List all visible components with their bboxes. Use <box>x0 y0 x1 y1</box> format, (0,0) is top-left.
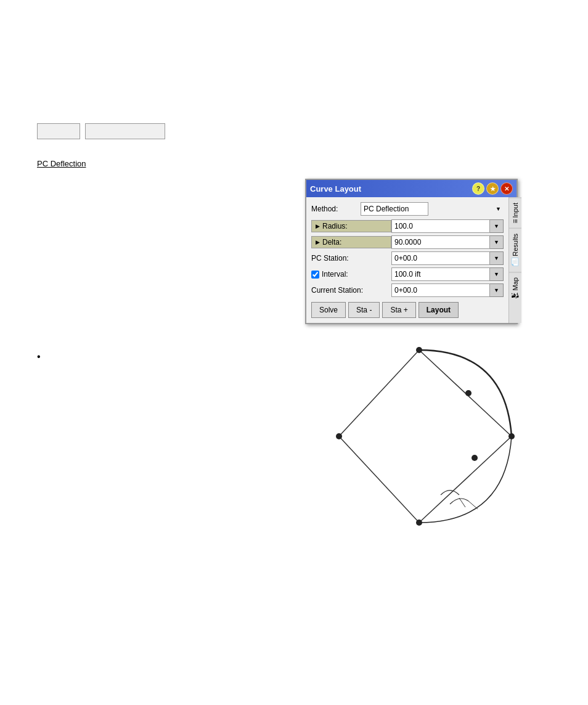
interval-row: Interval: ▼ <box>311 267 504 281</box>
dialog-titlebar: Curve Layout ? ★ ✕ <box>306 180 517 197</box>
dialog-title-buttons: ? ★ ✕ <box>472 182 513 195</box>
map-tab-label: Map <box>512 277 519 290</box>
button-2[interactable] <box>85 123 165 139</box>
svg-marker-0 <box>339 350 512 523</box>
method-select[interactable]: PC Deflection Chord Deflection Tangent D… <box>361 202 428 216</box>
radius-expandable-label[interactable]: ▶ Radius: <box>311 220 391 232</box>
delta-dropdown-btn[interactable]: ▼ <box>490 235 504 249</box>
interval-checkbox-label[interactable]: Interval: <box>311 270 391 279</box>
input-tab-icon: ≡ <box>511 219 520 223</box>
delta-arrow: ▶ <box>316 239 320 245</box>
dialog-body-wrapper: Method: PC Deflection Chord Deflection T… <box>306 197 517 323</box>
interval-label-text: Interval: <box>322 270 348 279</box>
interval-input[interactable] <box>391 267 490 281</box>
tab-results[interactable]: 📄 Results <box>509 228 521 272</box>
side-tabs: ≡ Input 📄 Results 🗺 Map <box>508 197 521 323</box>
button-1[interactable] <box>37 123 80 139</box>
current-station-row: Current Station: ▼ <box>311 283 504 297</box>
method-row: Method: PC Deflection Chord Deflection T… <box>311 202 504 216</box>
dot-curve-mid <box>472 455 478 461</box>
sta-minus-button[interactable]: Sta - <box>348 302 380 318</box>
current-station-input[interactable] <box>391 283 490 297</box>
pc-station-input[interactable] <box>391 251 490 265</box>
current-station-dropdown-btn[interactable]: ▼ <box>490 283 504 297</box>
action-buttons: Solve Sta - Sta + Layout <box>311 302 504 318</box>
interval-checkbox[interactable] <box>311 271 319 279</box>
pc-station-row: PC Station: ▼ <box>311 251 504 265</box>
solve-button[interactable]: Solve <box>311 302 346 318</box>
delta-expandable-label[interactable]: ▶ Delta: <box>311 236 391 248</box>
sta-plus-button[interactable]: Sta + <box>382 302 415 318</box>
layout-button[interactable]: Layout <box>419 302 459 318</box>
radius-label-text: Radius: <box>322 222 348 230</box>
dot-left <box>336 433 342 439</box>
tab-input[interactable]: ≡ Input <box>509 197 521 228</box>
help-button[interactable]: ? <box>472 182 484 195</box>
interval-dropdown-btn[interactable]: ▼ <box>490 267 504 281</box>
delta-input[interactable] <box>391 235 490 249</box>
radius-dropdown-btn[interactable]: ▼ <box>490 219 504 233</box>
close-button[interactable]: ✕ <box>500 182 513 195</box>
pc-station-label: PC Station: <box>311 254 391 263</box>
dialog-body: Method: PC Deflection Chord Deflection T… <box>306 197 508 323</box>
radius-row: ▶ Radius: ▼ <box>311 219 504 233</box>
favorite-button[interactable]: ★ <box>486 182 499 195</box>
dialog-title: Curve Layout <box>310 184 361 194</box>
results-tab-label: Results <box>512 234 519 256</box>
pc-station-dropdown-btn[interactable]: ▼ <box>490 251 504 265</box>
delta-row: ▶ Delta: ▼ <box>311 235 504 249</box>
pc-deflection-link[interactable]: PC Deflection <box>37 159 86 168</box>
top-buttons-area <box>37 123 165 139</box>
input-tab-label: Input <box>512 203 519 218</box>
dot-curve-top <box>465 390 472 396</box>
map-tab-icon: 🗺 <box>511 292 520 300</box>
current-station-label: Current Station: <box>311 286 391 295</box>
radius-input[interactable] <box>391 219 490 233</box>
bullet-symbol: • <box>37 351 41 362</box>
delta-label-text: Delta: <box>322 238 341 247</box>
curve-diagram-svg <box>327 338 524 535</box>
results-tab-icon: 📄 <box>511 258 520 267</box>
radius-arrow: ▶ <box>316 223 320 229</box>
method-label: Method: <box>311 205 361 213</box>
curve-layout-dialog: Curve Layout ? ★ ✕ Method: PC Deflection… <box>305 179 518 324</box>
curve-diagram <box>327 338 524 535</box>
method-select-wrapper: PC Deflection Chord Deflection Tangent D… <box>361 202 504 216</box>
tab-map[interactable]: 🗺 Map <box>509 272 521 304</box>
